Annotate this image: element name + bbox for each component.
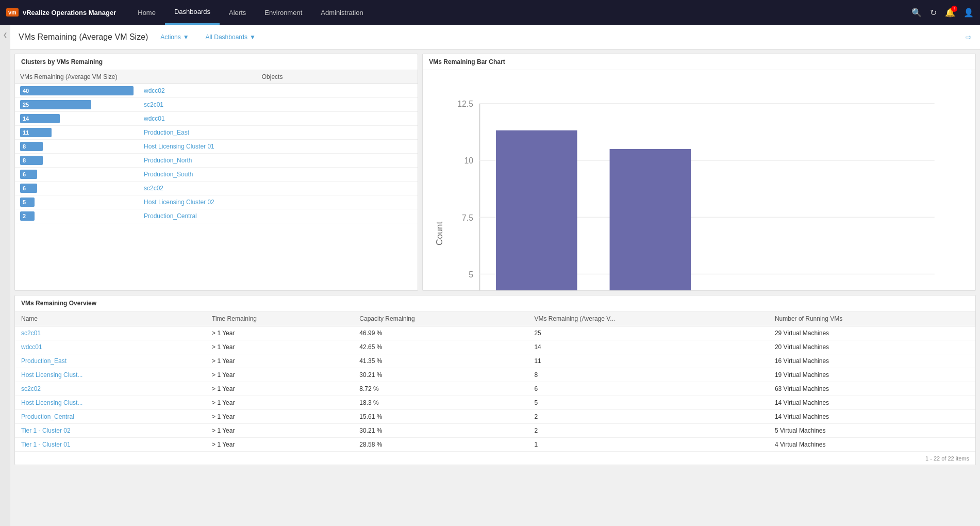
overview-capacity-cell: 42.65 % xyxy=(353,340,528,354)
svg-text:7.5: 7.5 xyxy=(462,213,473,222)
nav-home[interactable]: Home xyxy=(128,0,165,25)
cluster-object-link[interactable]: sc2c02 xyxy=(144,185,163,192)
nav-dashboards[interactable]: Dashboards xyxy=(165,0,220,25)
overview-name-link[interactable]: Tier 1 - Cluster 01 xyxy=(21,441,71,448)
cluster-object-cell: wdcc02 xyxy=(139,84,418,98)
page-header: VMs Remaining (Average VM Size) Actions … xyxy=(10,25,980,50)
actions-chevron-icon: ▼ xyxy=(183,34,189,41)
app-name: vRealize Operations Manager xyxy=(23,9,116,17)
cluster-object-link[interactable]: sc2c01 xyxy=(144,101,163,108)
overview-running-cell: 14 Virtual Machines xyxy=(769,410,975,424)
overview-capacity-cell: 41.35 % xyxy=(353,354,528,368)
cluster-object-link[interactable]: Production_East xyxy=(144,129,189,136)
overview-name-link[interactable]: sc2c02 xyxy=(21,385,41,392)
cluster-object-link[interactable]: Production_South xyxy=(144,171,193,178)
overview-time-cell: > 1 Year xyxy=(206,340,353,354)
overview-vms-cell: 5 xyxy=(528,396,768,410)
overview-row: Production_East > 1 Year 41.35 % 11 16 V… xyxy=(15,354,975,368)
top-navigation: vm vRealize Operations Manager Home Dash… xyxy=(0,0,980,25)
overview-time-cell: > 1 Year xyxy=(206,326,353,340)
overview-name-cell: Production_East xyxy=(15,354,206,368)
overview-capacity-cell: 8.72 % xyxy=(353,382,528,396)
dashboard-body: Clusters by VMs Remaining VMs Remaining … xyxy=(10,50,980,526)
nav-alerts[interactable]: Alerts xyxy=(220,0,255,25)
page-title: VMs Remaining (Average VM Size) xyxy=(19,32,148,42)
svg-text:12.5: 12.5 xyxy=(458,100,474,108)
overview-name-link[interactable]: wdcc01 xyxy=(21,343,42,351)
overview-vms-cell: 2 xyxy=(528,424,768,438)
cluster-object-link[interactable]: wdcc02 xyxy=(144,87,165,94)
overview-vms-cell: 14 xyxy=(528,340,768,354)
bar-2-25[interactable] xyxy=(610,149,691,291)
cluster-object-link[interactable]: wdcc01 xyxy=(144,115,165,122)
overview-name-link[interactable]: Production_Central xyxy=(21,413,74,420)
cluster-row: 6 Production_South xyxy=(15,168,418,182)
cluster-row: 6 sc2c02 xyxy=(15,182,418,195)
cluster-bar-cell: 5 xyxy=(15,195,139,209)
overview-row: Tier 1 - Cluster 01 > 1 Year 28.58 % 1 4… xyxy=(15,438,975,452)
cluster-row: 5 Host Licensing Cluster 02 xyxy=(15,195,418,209)
overview-running-cell: 19 Virtual Machines xyxy=(769,368,975,382)
overview-scroll[interactable]: Name Time Remaining Capacity Remaining V… xyxy=(15,311,975,452)
nav-administration[interactable]: Administration xyxy=(311,0,372,25)
overview-time-cell: > 1 Year xyxy=(206,410,353,424)
cluster-bar-label: 11 xyxy=(23,129,29,136)
overview-vms-cell: 6 xyxy=(528,382,768,396)
cluster-object-link[interactable]: Host Licensing Cluster 02 xyxy=(144,199,214,206)
col-time-header[interactable]: Time Remaining xyxy=(206,311,353,326)
svg-text:10: 10 xyxy=(464,156,474,165)
overview-time-cell: > 1 Year xyxy=(206,382,353,396)
overview-vms-cell: 8 xyxy=(528,368,768,382)
overview-time-cell: > 1 Year xyxy=(206,368,353,382)
cluster-row: 2 Production_Central xyxy=(15,209,418,223)
bell-icon[interactable]: 🔔 xyxy=(945,8,955,18)
actions-button[interactable]: Actions ▼ xyxy=(156,31,193,43)
col-vm-header: VMs Remaining (Average VM Size) xyxy=(15,70,257,84)
overview-name-link[interactable]: Tier 1 - Cluster 02 xyxy=(21,427,71,434)
refresh-icon[interactable]: ↻ xyxy=(930,8,937,18)
cluster-object-cell: sc2c01 xyxy=(139,98,418,112)
cluster-bar-label: 14 xyxy=(23,116,29,122)
cluster-bar-cell: 8 xyxy=(15,154,139,168)
col-running-header[interactable]: Number of Running VMs xyxy=(769,311,975,326)
overview-title: VMs Remaining Overview xyxy=(15,295,975,311)
overview-name-link[interactable]: Host Licensing Clust... xyxy=(21,399,82,406)
cluster-object-link[interactable]: Production_North xyxy=(144,157,192,164)
all-dashboards-chevron-icon: ▼ xyxy=(250,34,256,41)
panel-footer: 1 - 22 of 22 items xyxy=(15,452,975,465)
overview-row: Host Licensing Clust... > 1 Year 30.21 %… xyxy=(15,368,975,382)
cluster-object-link[interactable]: Production_Central xyxy=(144,212,197,220)
cluster-bar-cell: 2 xyxy=(15,209,139,223)
svg-text:5: 5 xyxy=(469,270,473,279)
overview-name-cell: wdcc01 xyxy=(15,340,206,354)
all-dashboards-label: All Dashboards xyxy=(206,34,247,41)
overview-name-link[interactable]: Production_East xyxy=(21,357,67,365)
col-capacity-header[interactable]: Capacity Remaining xyxy=(353,311,528,326)
nav-environment[interactable]: Environment xyxy=(255,0,311,25)
cluster-row: 8 Production_North xyxy=(15,154,418,168)
overview-name-cell: Production_Central xyxy=(15,410,206,424)
col-vms-header[interactable]: VMs Remaining (Average V... xyxy=(528,311,768,326)
overview-time-cell: > 1 Year xyxy=(206,354,353,368)
col-objects-header: Objects xyxy=(257,70,418,84)
cluster-bar-label: 2 xyxy=(23,213,26,219)
clusters-scroll[interactable]: 40 wdcc02 25 sc2c01 14 wdcc01 11 xyxy=(15,84,418,287)
all-dashboards-button[interactable]: All Dashboards ▼ xyxy=(202,31,260,43)
overview-panel: VMs Remaining Overview Name Time Remaini… xyxy=(14,295,976,465)
overview-vms-cell: 2 xyxy=(528,410,768,424)
clusters-data-table: 40 wdcc02 25 sc2c01 14 wdcc01 11 xyxy=(15,84,418,223)
overview-name-link[interactable]: Host Licensing Clust... xyxy=(21,371,82,379)
overview-capacity-cell: 30.21 % xyxy=(353,424,528,438)
user-icon[interactable]: 👤 xyxy=(964,8,974,18)
overview-row: wdcc01 > 1 Year 42.65 % 14 20 Virtual Ma… xyxy=(15,340,975,354)
sidebar-toggle[interactable]: ❮ xyxy=(0,25,10,526)
cluster-object-cell: wdcc01 xyxy=(139,112,418,126)
col-name-header[interactable]: Name xyxy=(15,311,206,326)
cluster-object-cell: Production_East xyxy=(139,126,418,140)
bar-0-1[interactable] xyxy=(496,130,577,291)
cluster-object-link[interactable]: Host Licensing Cluster 01 xyxy=(144,143,214,150)
share-button[interactable]: ⇨ xyxy=(966,33,972,41)
overview-name-link[interactable]: sc2c01 xyxy=(21,330,41,337)
overview-row: Tier 1 - Cluster 02 > 1 Year 30.21 % 2 5… xyxy=(15,424,975,438)
search-icon[interactable]: 🔍 xyxy=(911,8,922,18)
